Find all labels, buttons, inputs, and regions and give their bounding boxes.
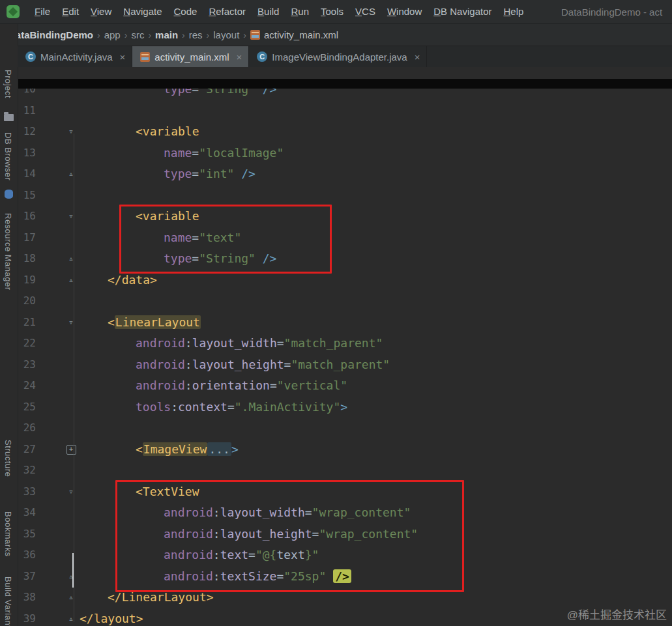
code-text: type="int" /> [80,164,256,185]
menu-refactor[interactable]: Refactor [203,6,252,17]
tab-imageviewbindingadapter-java[interactable]: CImageViewBindingAdapter.java× [249,46,427,67]
menu-help[interactable]: Help [497,6,529,17]
folder-icon[interactable] [4,114,14,121]
menu-db-navigator[interactable]: DB Navigator [428,6,497,17]
line-number: 39 [18,608,36,626]
breadcrumb-item-activity-main-xml[interactable]: activity_main.xml [248,29,340,40]
code-line-34[interactable]: 34android:layout_width="wrap_content" [18,502,672,524]
tool-stripe-structure[interactable]: Structure [3,440,13,477]
breadcrumb-separator: › [205,30,212,40]
code-text: </layout> [80,608,143,626]
close-icon[interactable]: × [415,51,420,63]
fold-gutter [65,185,77,206]
fold-close-icon[interactable]: ▵ [65,566,77,588]
code-line-15[interactable]: 15 [18,185,672,206]
tool-stripe-resource-manager[interactable]: Resource Manager [3,213,13,291]
tab-mainactivity-java[interactable]: CMainActivity.java× [18,46,132,67]
fold-close-icon[interactable]: ▵ [65,608,77,626]
tool-stripe-build-variants[interactable]: Build Variants [3,576,13,626]
menu-bar-items: FileEditViewNavigateCodeRefactorBuildRun… [29,6,529,18]
menu-window[interactable]: Window [381,6,428,17]
code-editor[interactable]: 10type="String" />1112▿<variable13name="… [18,67,672,626]
tool-stripe-project[interactable]: Project [3,70,13,98]
fold-close-icon[interactable]: ▵ [65,164,77,185]
code-text: tools:context=".MainActivity"> [80,397,347,418]
tab-label: activity_main.xml [154,51,229,63]
code-line-19[interactable]: 19▵</data> [18,270,672,291]
tab-label: ImageViewBindingAdapter.java [272,51,407,63]
fold-close-icon[interactable]: ▵ [65,248,77,270]
window-title: DataBindingDemo - act [561,0,672,24]
code-line-13[interactable]: 13name="localImage" [18,143,672,164]
tool-stripe-bookmarks[interactable]: Bookmarks [3,511,13,557]
code-line-25[interactable]: 25tools:context=".MainActivity"> [18,397,672,418]
menu-file[interactable]: File [29,6,56,17]
breadcrumb-item-main[interactable]: main [153,29,180,40]
fold-marker[interactable]: + [65,439,77,461]
tool-stripe-db-browser[interactable]: DB Browser [3,132,13,180]
code-text: <ImageView...> [80,439,239,461]
breadcrumb-item-layout[interactable]: layout [211,29,241,40]
breadcrumb-item-res[interactable]: res [187,29,205,40]
code-text: <TextView [80,481,199,503]
line-number: 27 [18,439,36,461]
menu-build[interactable]: Build [252,6,285,17]
code-text: android:text="@{text}" [80,545,319,566]
code-line-14[interactable]: 14▵type="int" /> [18,164,672,185]
line-number: 33 [18,481,36,503]
code-line-36[interactable]: 36android:text="@{text}" [18,545,672,566]
menu-navigate[interactable]: Navigate [117,6,168,17]
tool-window-stripe: ProjectDB BrowserResource ManagerStructu… [0,24,18,626]
menu-tools[interactable]: Tools [315,6,349,17]
menu-view[interactable]: View [85,6,117,17]
breadcrumb-item-src[interactable]: src [129,29,146,40]
line-number: 23 [18,354,36,376]
folded-region-icon[interactable]: + [66,445,76,455]
code-line-27[interactable]: 27+<ImageView...> [18,439,672,461]
fold-close-icon[interactable]: ▵ [65,587,77,608]
code-line-37[interactable]: 37▵android:textSize="25sp" /> [18,566,672,588]
fold-gutter [65,227,77,249]
fold-open-icon[interactable]: ▿ [65,121,77,143]
code-line-12[interactable]: 12▿<variable [18,121,672,143]
tab-activity-main-xml[interactable]: activity_main.xml× [132,46,249,67]
code-line-11[interactable]: 11 [18,100,672,122]
editor-dark-band [18,79,672,89]
code-line-32[interactable]: 32 [18,460,672,481]
fold-close-icon[interactable]: ▵ [65,270,77,291]
code-text: name="localImage" [80,143,284,164]
close-icon[interactable]: × [237,51,242,63]
database-icon[interactable] [5,190,13,199]
code-line-16[interactable]: 16▿<variable [18,206,672,227]
close-icon[interactable]: × [120,51,126,63]
code-line-18[interactable]: 18▵type="String" /> [18,248,672,270]
code-line-22[interactable]: 22android:layout_width="match_parent" [18,333,672,354]
fold-gutter [65,143,77,164]
code-line-23[interactable]: 23android:layout_height="match_parent" [18,354,672,376]
menu-code[interactable]: Code [168,6,203,17]
code-line-24[interactable]: 24android:orientation="vertical" [18,375,672,397]
fold-gutter [65,524,77,545]
fold-open-icon[interactable]: ▿ [65,481,77,503]
code-line-17[interactable]: 17name="text" [18,227,672,249]
code-line-21[interactable]: 21▿<LinearLayout [18,312,672,334]
code-line-20[interactable]: 20 [18,291,672,312]
code-line-33[interactable]: 33▿<TextView [18,481,672,503]
breadcrumb-item-app[interactable]: app [102,29,123,40]
menu-edit[interactable]: Edit [56,6,85,17]
menu-run[interactable]: Run [285,6,315,17]
layout-xml-icon [140,52,150,62]
breadcrumb-item-databindingdemo[interactable]: DataBindingDemo [7,29,95,40]
code-line-26[interactable]: 26 [18,418,672,439]
code-text: </LinearLayout> [80,587,214,608]
code-line-38[interactable]: 38▵</LinearLayout> [18,587,672,608]
code-line-35[interactable]: 35android:layout_height="wrap_content" [18,524,672,545]
tab-bar: CMainActivity.java×activity_main.xml×CIm… [18,46,672,67]
fold-open-icon[interactable]: ▿ [65,312,77,334]
line-number: 11 [18,100,36,122]
menu-vcs[interactable]: VCS [349,6,381,17]
watermark: @稀土掘金技术社区 [567,606,667,622]
ide-logo-icon [7,5,20,18]
code-text: android:orientation="vertical" [80,375,347,397]
fold-open-icon[interactable]: ▿ [65,206,77,227]
